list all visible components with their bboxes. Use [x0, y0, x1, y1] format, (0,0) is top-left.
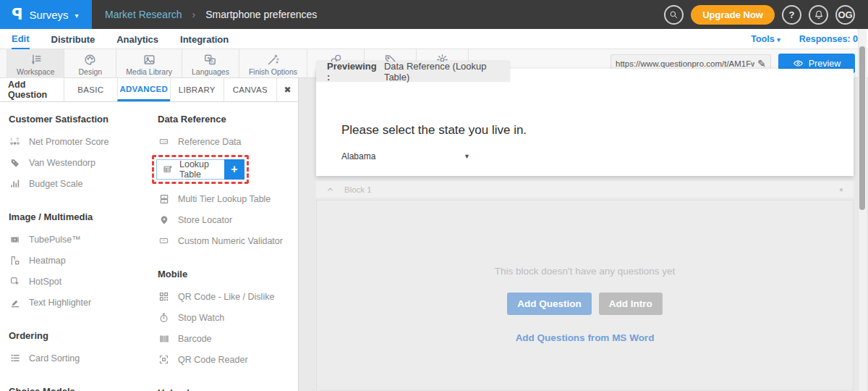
toolbar-media-library[interactable]: Media Library	[116, 49, 182, 78]
search-icon[interactable]	[664, 5, 684, 25]
question-type-hotspot[interactable]: HotSpot	[9, 271, 150, 292]
state-dropdown[interactable]: Alabama ▼	[341, 148, 470, 164]
lookup-table-highlight-box: Lookup Table +	[152, 155, 249, 184]
question-type-text-highlighter[interactable]: Text Highlighter	[9, 292, 150, 313]
dropdown-caret-icon: ▼	[464, 153, 470, 160]
barcode-icon	[158, 334, 170, 344]
section-heading: Mobile	[158, 269, 299, 279]
previewing-question-type: Data Reference (Lookup Table)	[384, 61, 510, 83]
notifications-bell-icon[interactable]	[809, 5, 828, 25]
eye-icon	[793, 58, 804, 69]
question-type-barcode[interactable]: Barcode	[158, 328, 299, 349]
chevron-down-icon: ▾	[777, 36, 780, 43]
panel-tab-bar: Add Question BASIC ADVANCED LIBRARY CANV…	[0, 78, 298, 102]
tab-distribute[interactable]: Distribute	[51, 29, 95, 49]
languages-icon: ★A	[203, 53, 217, 67]
chevron-down-icon: ▾	[75, 12, 79, 20]
sorted-list-icon	[9, 353, 21, 363]
tab-library[interactable]: LIBRARY	[170, 78, 224, 101]
preview-popup-tab: Previewing : Data Reference (Lookup Tabl…	[316, 62, 510, 82]
question-type-lookup-table[interactable]: Lookup Table	[156, 159, 224, 180]
collapse-block-chevron-icon[interactable]	[326, 185, 334, 193]
tab-analytics[interactable]: Analytics	[116, 29, 158, 49]
question-type-van-westendorp[interactable]: Van Westendorp	[9, 152, 150, 173]
magic-wand-icon	[266, 53, 280, 67]
help-icon[interactable]: ?	[782, 5, 801, 25]
section-heading: Customer Satisfaction	[9, 114, 150, 125]
question-type-store-locator[interactable]: Store Locator	[158, 209, 299, 230]
cursor-hotspot-icon	[9, 276, 21, 287]
breadcrumb: Market Research › Smartphone preferences	[105, 0, 317, 29]
add-question-panel: Add Question BASIC ADVANCED LIBRARY CANV…	[0, 78, 299, 391]
question-type-multi-tier-lookup-table[interactable]: Multi Tier Lookup Table	[158, 188, 299, 209]
svg-text:5: 5	[17, 137, 19, 141]
question-type-card-sorting[interactable]: Card Sorting	[9, 348, 150, 369]
nav-right-links: Tools ▾ Responses: 0	[751, 29, 858, 49]
question-type-qr-code-reader[interactable]: QR Code Reader	[158, 349, 299, 370]
breadcrumb-folder[interactable]: Market Research	[105, 9, 182, 20]
avatar[interactable]: OG	[835, 5, 855, 25]
price-tag-icon	[9, 157, 21, 169]
product-name: Surveys	[29, 9, 68, 21]
block-header-bar[interactable]: Block 1 ●	[316, 181, 854, 198]
question-type-budget-scale[interactable]: Budget Scale	[9, 173, 150, 194]
toolbar-workspace[interactable]: Workspace	[7, 49, 64, 78]
survey-url-input[interactable]	[616, 59, 754, 68]
svg-text:#123: #123	[161, 140, 166, 143]
svg-text:1: 1	[10, 137, 12, 141]
block-buttons: Add Question Add Intro	[507, 293, 663, 315]
svg-text:★: ★	[207, 56, 210, 60]
lookup-table-icon	[162, 164, 174, 175]
svg-text:A: A	[211, 59, 214, 63]
highlighter-icon	[9, 297, 21, 308]
media-image-icon	[142, 53, 156, 67]
block-body: This block doesn't have any questions ye…	[316, 200, 854, 391]
section-heading: Image / Multimedia	[9, 211, 150, 222]
question-type-tubepulse[interactable]: TubePulse™	[9, 229, 150, 250]
tab-integration[interactable]: Integration	[180, 29, 229, 49]
breadcrumb-separator: ›	[192, 9, 196, 20]
toolbar-design[interactable]: Design	[64, 49, 116, 78]
header-actions: Upgrade Now ? OG	[664, 0, 855, 29]
panel-title: Add Question	[0, 78, 64, 101]
reference-data-icon: #123	[158, 137, 170, 146]
section-heading: Choice Models	[9, 386, 150, 391]
tab-basic[interactable]: BASIC	[64, 78, 117, 101]
block-empty-message: This block doesn't have any questions ye…	[495, 266, 675, 277]
question-type-net-promoter-score[interactable]: 15 Net Promoter Score	[9, 131, 150, 152]
question-type-qr-code-like-dislike[interactable]: QR Code - Like / Dislike	[158, 286, 299, 307]
panel-column-2: Data Reference #123 Reference Data Looku…	[158, 108, 299, 391]
responses-count[interactable]: Responses: 0	[799, 34, 858, 44]
page-scrollbar-thumb[interactable]	[859, 46, 865, 210]
question-type-stop-watch[interactable]: Stop Watch	[158, 307, 299, 328]
multi-tier-icon	[158, 193, 170, 205]
question-type-custom-numeric-validator[interactable]: * Custom Numeric Validator	[158, 230, 299, 251]
section-heading: Ordering	[9, 330, 150, 341]
block-menu-icon[interactable]: ●	[839, 185, 843, 193]
toolbar-finish-options[interactable]: Finish Options	[239, 49, 307, 78]
questionpro-logo-menu[interactable]: P Surveys ▾	[0, 0, 92, 29]
add-question-button[interactable]: Add Question	[507, 293, 592, 315]
close-panel-icon[interactable]: ✖	[276, 78, 298, 101]
top-header-bar: P Surveys ▾ Market Research › Smartphone…	[0, 0, 868, 29]
upgrade-now-button[interactable]: Upgrade Now	[691, 5, 775, 25]
question-type-reference-data[interactable]: #123 Reference Data	[158, 131, 299, 152]
add-intro-button[interactable]: Add Intro	[599, 293, 663, 315]
bar-chart-icon	[9, 178, 21, 189]
edit-url-pencil-icon[interactable]: ✎	[757, 58, 766, 70]
add-lookup-table-button[interactable]: +	[224, 159, 244, 180]
add-questions-from-ms-word-link[interactable]: Add Questions from MS Word	[516, 332, 655, 343]
tools-menu[interactable]: Tools ▾	[751, 34, 780, 44]
survey-nav-tabs: Edit Distribute Analytics Integration	[12, 29, 229, 49]
nps-scale-icon: 15	[9, 136, 21, 147]
questionpro-logo-icon: P	[12, 6, 22, 23]
question-type-heatmap[interactable]: Heatmap	[9, 250, 150, 271]
panel-column-1: Customer Satisfaction 15 Net Promoter Sc…	[9, 108, 150, 391]
block-title[interactable]: Block 1	[344, 185, 372, 194]
toolbar-languages[interactable]: ★A Languages	[182, 49, 239, 78]
qr-reader-icon	[158, 354, 170, 365]
tab-advanced[interactable]: ADVANCED	[117, 78, 171, 101]
tab-edit[interactable]: Edit	[12, 29, 30, 49]
previewing-label: Previewing :	[327, 61, 380, 83]
tab-canvas[interactable]: CANVAS	[224, 78, 277, 101]
